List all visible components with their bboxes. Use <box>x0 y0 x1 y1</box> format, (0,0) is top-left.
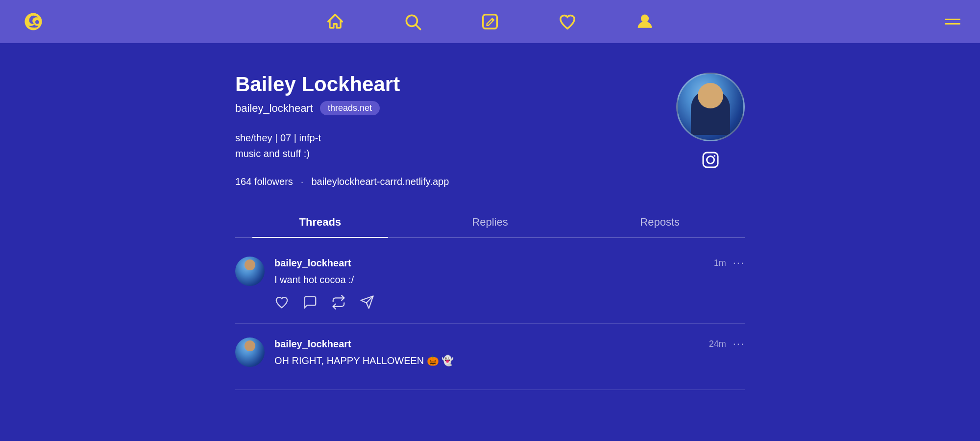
heart-icon <box>274 295 289 310</box>
share-icon <box>360 295 374 310</box>
share-button-0[interactable] <box>360 295 374 310</box>
profile-stats-row: 164 followers · baileylockheart-carrd.ne… <box>235 176 676 187</box>
thread-more-button-1[interactable]: ··· <box>733 337 745 350</box>
profile-dot: · <box>301 176 304 187</box>
menu-line-2 <box>945 23 960 25</box>
thread-item-1: bailey_lockheart 24m ··· OH RIGHT, HAPPY… <box>235 324 745 390</box>
svg-line-1 <box>416 25 420 29</box>
avatar-person-image <box>678 74 743 140</box>
thread-more-button-0[interactable]: ··· <box>733 257 745 269</box>
thread-avatar-0 <box>235 257 265 286</box>
profile-section: Bailey Lockheart bailey_lockheart thread… <box>235 73 745 187</box>
thread-time-0: 1m <box>714 258 726 268</box>
thread-time-1: 24m <box>709 339 726 349</box>
profile-handle: bailey_lockheart <box>235 102 313 115</box>
profile-avatar <box>676 73 745 141</box>
app-logo[interactable] <box>20 8 47 35</box>
svg-point-5 <box>707 156 714 164</box>
tab-threads[interactable]: Threads <box>235 207 405 237</box>
main-content: Bailey Lockheart bailey_lockheart thread… <box>196 43 784 390</box>
profile-badge[interactable]: threads.net <box>320 101 380 115</box>
menu-button[interactable] <box>945 19 960 25</box>
thread-body-0: I want hot cocoa :/ <box>274 272 745 287</box>
instagram-icon <box>702 151 719 169</box>
profile-link[interactable]: baileylockheart-carrd.netlify.app <box>311 176 449 187</box>
repost-icon <box>331 295 346 310</box>
home-nav-button[interactable] <box>326 12 344 31</box>
tab-replies[interactable]: Replies <box>405 207 575 237</box>
profile-info: Bailey Lockheart bailey_lockheart thread… <box>235 73 676 187</box>
threads-list: bailey_lockheart 1m ··· I want hot cocoa… <box>235 238 745 390</box>
bio-line-2: music and stuff :) <box>235 146 676 161</box>
menu-line-1 <box>945 19 960 20</box>
thread-content-1: bailey_lockheart 24m ··· OH RIGHT, HAPPY… <box>274 337 745 376</box>
svg-rect-4 <box>703 153 718 167</box>
tab-reposts[interactable]: Reposts <box>575 207 745 237</box>
svg-point-6 <box>713 155 715 157</box>
thread-meta-1: 24m ··· <box>709 337 745 350</box>
svg-point-3 <box>642 15 648 22</box>
navbar-center <box>326 12 654 31</box>
instagram-link-button[interactable] <box>702 151 719 171</box>
like-button-0[interactable] <box>274 295 289 310</box>
thread-meta-0: 1m ··· <box>714 257 745 269</box>
navbar <box>0 0 980 43</box>
thread-item: bailey_lockheart 1m ··· I want hot cocoa… <box>235 243 745 324</box>
thread-actions-0 <box>274 295 745 310</box>
activity-nav-button[interactable] <box>558 12 577 31</box>
profile-bio: she/they | 07 | infp-t music and stuff :… <box>235 130 676 161</box>
thread-username-1: bailey_lockheart <box>274 338 351 350</box>
compose-nav-button[interactable] <box>481 12 499 31</box>
thread-avatar-1 <box>235 337 265 367</box>
profile-followers[interactable]: 164 followers <box>235 176 293 187</box>
thread-username-0: bailey_lockheart <box>274 258 351 269</box>
comment-icon <box>303 295 318 310</box>
thread-body-1: OH RIGHT, HAPPY HALLOWEEN 🎃 👻 <box>274 353 745 368</box>
threads-logo-icon <box>23 11 44 32</box>
profile-nav-button[interactable] <box>636 12 654 31</box>
comment-button-0[interactable] <box>303 295 318 310</box>
bio-line-1: she/they | 07 | infp-t <box>235 130 676 146</box>
tabs-section: Threads Replies Reposts <box>235 207 745 238</box>
thread-header-1: bailey_lockheart 24m ··· <box>274 337 745 350</box>
profile-name: Bailey Lockheart <box>235 73 676 96</box>
profile-handle-row: bailey_lockheart threads.net <box>235 101 676 115</box>
profile-avatar-section <box>676 73 745 171</box>
thread-header-0: bailey_lockheart 1m ··· <box>274 257 745 269</box>
thread-content-0: bailey_lockheart 1m ··· I want hot cocoa… <box>274 257 745 310</box>
search-nav-button[interactable] <box>403 12 422 31</box>
repost-button-0[interactable] <box>331 295 346 310</box>
